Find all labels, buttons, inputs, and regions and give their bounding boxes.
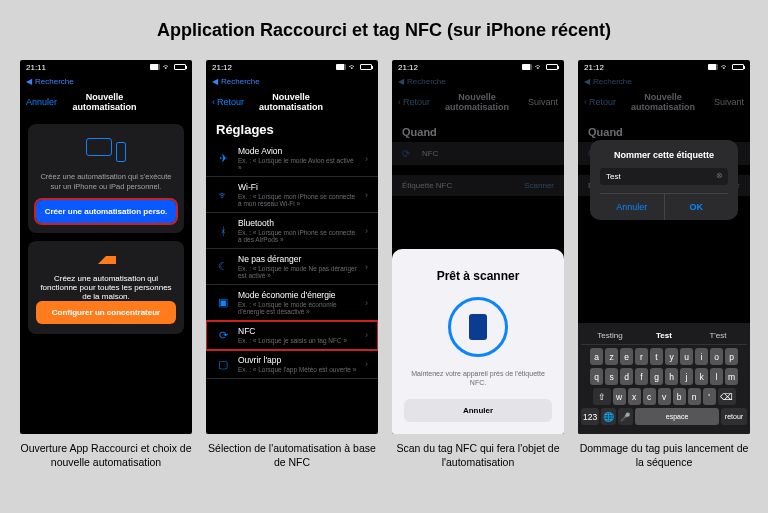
clear-icon[interactable]: ⊗ (716, 171, 723, 180)
nfc-row: ⟳ NFC (392, 142, 564, 165)
key-m[interactable]: m (725, 368, 738, 385)
screen-2: 21:12 ᯤ ◀ Recherche ‹ Retour Nouvelle au… (206, 60, 378, 434)
key-o[interactable]: o (710, 348, 723, 365)
back-button[interactable]: ‹ Retour (212, 97, 244, 107)
page-title: Application Raccourci et tag NFC (sur iP… (0, 20, 768, 41)
key-123[interactable]: 123 (581, 408, 599, 425)
time: 21:12 (584, 63, 604, 72)
key-q[interactable]: q (590, 368, 603, 385)
highlight-frame: Créer une automatisation perso. (36, 200, 176, 223)
cancel-button[interactable]: Annuler (26, 97, 57, 107)
phone-icon (469, 314, 487, 340)
alert-ok-button[interactable]: OK (665, 194, 729, 220)
chevron-left-icon: ◀ (584, 77, 590, 86)
settings-item-wi-fi[interactable]: ᯤWi-FiEx. : « Lorsque mon iPhone se conn… (206, 177, 378, 213)
chevron-right-icon: › (365, 262, 368, 272)
key-a[interactable]: a (590, 348, 603, 365)
search-back-label: Recherche (407, 77, 446, 86)
key-x[interactable]: x (628, 388, 641, 405)
suggestion[interactable]: T'est (691, 331, 745, 340)
key-k[interactable]: k (695, 368, 708, 385)
key-z[interactable]: z (605, 348, 618, 365)
chevron-right-icon: › (365, 226, 368, 236)
time: 21:12 (398, 63, 418, 72)
key-h[interactable]: h (665, 368, 678, 385)
key-g[interactable]: g (650, 368, 663, 385)
configure-home-hub-button[interactable]: Configurer un concentrateur (36, 301, 176, 324)
key-r[interactable]: r (635, 348, 648, 365)
settings-item-mode-conomie-d-nergie[interactable]: ▣Mode économie d'énergieEx. : « Lorsque … (206, 285, 378, 321)
signal-icon (708, 64, 718, 70)
back-button: ‹ Retour (584, 97, 616, 107)
setting-sub: Ex. : « Lorsque je saisis un tag NFC » (238, 337, 357, 344)
key-w[interactable]: w (613, 388, 626, 405)
status-bar: 21:12 ᯤ (578, 60, 750, 74)
key-v[interactable]: v (658, 388, 671, 405)
battery-icon (360, 64, 372, 70)
suggestion[interactable]: Test (637, 331, 691, 340)
key-y[interactable]: y (665, 348, 678, 365)
personal-automation-card: Créez une automatisation qui s'exécute s… (28, 124, 184, 233)
chevron-left-icon: ‹ (584, 97, 587, 107)
status-bar: 21:12 ᯤ (392, 60, 564, 74)
setting-icon: ▣ (216, 296, 230, 309)
caption: Dommage du tag puis lancement de la séqu… (578, 442, 750, 469)
key-j[interactable]: j (680, 368, 693, 385)
key-n[interactable]: n (688, 388, 701, 405)
key-return[interactable]: retour (721, 408, 747, 425)
devices-icon (86, 138, 126, 164)
key-u[interactable]: u (680, 348, 693, 365)
shift-key[interactable]: ⇧ (593, 388, 611, 405)
key-d[interactable]: d (620, 368, 633, 385)
key-c[interactable]: c (643, 388, 656, 405)
breadcrumb-back[interactable]: ◀ Recherche (20, 74, 192, 88)
key-space[interactable]: espace (635, 408, 719, 425)
key-s[interactable]: s (605, 368, 618, 385)
settings-item-ne-pas-d-ranger[interactable]: ☾Ne pas dérangerEx. : « Lorsque le mode … (206, 249, 378, 285)
status-icons: ᯤ (336, 63, 372, 72)
sheet-cancel-button[interactable]: Annuler (404, 399, 552, 422)
next-button: Suivant (710, 97, 744, 107)
scan-action: Scanner (524, 181, 554, 190)
chevron-right-icon: › (365, 154, 368, 164)
scan-ring-icon (448, 297, 508, 357)
nfc-icon: ⟳ (402, 148, 414, 159)
key-'[interactable]: ' (703, 388, 716, 405)
section-header: Quand (392, 116, 564, 142)
key-b[interactable]: b (673, 388, 686, 405)
breadcrumb-back[interactable]: ◀ Recherche (206, 74, 378, 88)
scan-sheet: Prêt à scanner Maintenez votre appareil … (392, 249, 564, 434)
signal-icon (336, 64, 346, 70)
settings-item-bluetooth[interactable]: ᚼBluetoothEx. : « Lorsque mon iPhone se … (206, 213, 378, 249)
next-button: Suivant (524, 97, 558, 107)
alert-cancel-button[interactable]: Annuler (600, 194, 665, 220)
tag-name-input[interactable] (600, 168, 728, 185)
chevron-left-icon: ◀ (26, 77, 32, 86)
setting-sub: Ex. : « Lorsque le mode Ne pas déranger … (238, 265, 357, 279)
chevron-left-icon: ‹ (212, 97, 215, 107)
chevron-right-icon: › (365, 359, 368, 369)
nav-title: Nouvelle automatisation (244, 92, 338, 112)
create-personal-automation-button[interactable]: Créer une automatisation perso. (36, 200, 176, 223)
chevron-right-icon: › (365, 298, 368, 308)
settings-item-nfc[interactable]: ⟳NFCEx. : « Lorsque je saisis un tag NFC… (206, 321, 378, 350)
key-i[interactable]: i (695, 348, 708, 365)
caption: Sélection de l'automatisation à base de … (206, 442, 378, 469)
search-back-label: Recherche (35, 77, 74, 86)
time: 21:11 (26, 63, 46, 72)
status-icons: ᯤ (522, 63, 558, 72)
mic-icon[interactable]: 🎤 (618, 408, 633, 425)
settings-item-ouvrir-l-app[interactable]: ▢Ouvrir l'appEx. : « Lorsque l'app Météo… (206, 350, 378, 379)
key-l[interactable]: l (710, 368, 723, 385)
key-e[interactable]: e (620, 348, 633, 365)
key-p[interactable]: p (725, 348, 738, 365)
battery-icon (546, 64, 558, 70)
settings-item-mode-avion[interactable]: ✈Mode AvionEx. : « Lorsque le mode Avion… (206, 141, 378, 177)
wifi-icon: ᯤ (721, 63, 729, 72)
setting-icon: ᚼ (216, 225, 230, 237)
suggestion[interactable]: Testing (583, 331, 637, 340)
globe-icon[interactable]: 🌐 (601, 408, 616, 425)
key-f[interactable]: f (635, 368, 648, 385)
backspace-key[interactable]: ⌫ (718, 388, 736, 405)
key-t[interactable]: t (650, 348, 663, 365)
